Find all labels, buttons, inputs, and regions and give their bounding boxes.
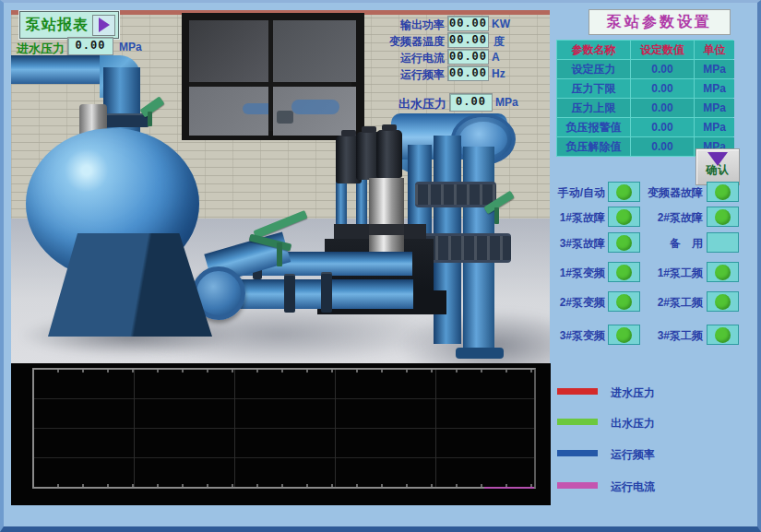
trend-plot-area [32,368,536,489]
confirm-button-label: 确认 [706,162,730,178]
legend-swatch-run-frequency [557,450,598,456]
window-panes [189,20,351,131]
lamp-icon [715,184,731,200]
status-indicator-pump2-vfd [608,291,640,312]
status-label: 3#泵工频 [644,328,703,344]
col-header-param: 参数名称 [557,41,630,59]
riser-pipe-foot [456,348,504,359]
param-value[interactable]: 0.00 [631,118,694,136]
settings-table: 参数名称 设定数值 单位 设定压力 0.00 MPa 压力下限 0.00 MPa… [556,40,733,157]
status-indicator-pump1-fault [608,207,640,227]
status-indicator-vfd-fault [707,182,739,202]
report-arrow-button[interactable] [92,15,115,36]
legend-swatch-inlet-pressure [557,388,598,395]
legend-label: 进水压力 [611,385,655,401]
report-button[interactable]: 泵站报表 [19,11,119,39]
trend-chart [11,363,551,505]
pump-motor-3 [376,130,402,178]
status-label: 手动/自动 [546,185,605,201]
status-label: 变频器故障 [644,185,703,201]
status-label: 3#泵故障 [546,236,605,252]
legend-swatch-outlet-pressure [557,419,598,425]
param-value[interactable]: 0.00 [631,79,694,98]
window-pane [273,87,356,136]
confirm-button[interactable]: 确认 [696,148,740,185]
inlet-pressure-value: 0.00 [67,37,113,55]
col-header-setvalue: 设定数值 [631,41,694,59]
status-label: 1#泵故障 [546,210,605,226]
inverter-temp-unit: 度 [493,34,505,50]
lamp-icon [616,294,632,310]
param-value[interactable]: 0.00 [631,60,694,78]
status-indicator-manual-auto [608,182,640,202]
param-unit: MPa [695,99,734,117]
pipe-coupling [422,233,511,263]
pipe-reflection [243,103,268,114]
status-row: 1#泵故障 2#泵故障 [546,207,742,227]
pipe-reflection [277,111,293,124]
param-name: 负压解除值 [557,137,630,156]
lamp-icon [616,235,632,251]
run-current-trace [484,487,534,489]
param-unit: MPa [695,60,734,78]
status-indicator-pump3-fault [608,232,640,253]
status-label: 2#泵工频 [644,295,703,311]
lamp-icon [715,294,731,310]
lamp-icon [715,209,731,225]
status-row: 3#泵变频 3#泵工频 [546,325,742,345]
status-row: 手动/自动 变频器故障 [546,182,742,202]
window [182,13,364,140]
param-unit: MPa [695,118,734,136]
pipe-flange [321,272,332,313]
status-indicator-pump1-mains [707,262,739,282]
outlet-pressure-value: 0.00 [449,93,493,112]
inlet-pressure-label: 进水压力 [17,41,65,57]
pipe-reflection [291,100,339,114]
status-indicator-pump2-fault [707,207,739,227]
inverter-temp-value: 00.00 [447,32,489,48]
status-indicator-spare [707,232,739,253]
status-label: 1#泵变频 [546,266,605,281]
status-row: 3#泵故障 备 用 [546,232,742,253]
param-value[interactable]: 0.00 [631,99,694,117]
param-value[interactable]: 0.00 [631,137,694,156]
window-pane [189,20,268,82]
lamp-icon [616,184,632,200]
run-frequency-label: 运行频率 [369,67,445,83]
window-pane [189,87,268,136]
run-frequency-unit: Hz [492,67,505,80]
param-unit: MPa [695,79,734,98]
param-name: 压力下限 [557,79,630,98]
inlet-pressure-unit: MPa [119,41,142,53]
inverter-temp-label: 变频器温度 [369,34,445,50]
run-current-label: 运行电流 [369,51,445,66]
output-power-label: 输出功率 [369,18,445,33]
lamp-icon [616,209,632,225]
status-indicator-pump3-vfd [608,325,640,345]
status-row: 2#泵变频 2#泵工频 [546,291,742,312]
legend-swatch-run-current [557,482,598,489]
status-indicator-pump1-vfd [608,262,640,282]
param-name: 设定压力 [557,60,630,78]
hmi-screen: 泵站报表 进水压力 0.00 MPa 输出功率 00.00 KW 变频器温度 0… [0,0,761,532]
status-indicator-pump2-mains [707,291,739,312]
valve-stem [494,207,499,224]
lamp-icon [616,265,632,280]
run-current-unit: A [492,51,500,64]
status-label: 3#泵变频 [546,328,605,344]
legend-label: 运行频率 [611,447,655,463]
pipe-coupling [415,182,496,207]
report-button-label: 泵站报表 [26,16,89,35]
outlet-pressure-label: 出水压力 [371,96,446,112]
valve-stem [148,112,152,126]
valve-stem [277,242,282,266]
legend-label: 出水压力 [611,416,655,432]
run-current-value: 00.00 [447,49,489,65]
status-row: 1#泵变频 1#泵工频 [546,262,742,282]
settings-panel-title: 泵站参数设置 [589,9,731,35]
run-frequency-value: 00.00 [447,65,489,81]
legend-label: 运行电流 [611,479,655,495]
col-header-unit: 单位 [695,41,734,59]
param-name: 负压报警值 [557,118,630,136]
pipe-flange [284,274,295,313]
